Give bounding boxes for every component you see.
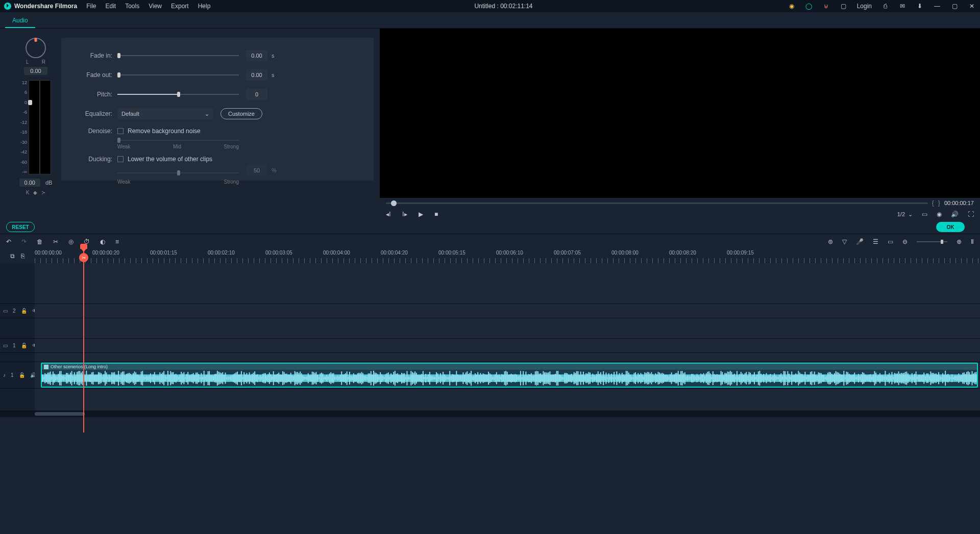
svg-rect-641 [895,374,896,383]
fullscreen-icon[interactable]: ⛶ [968,211,974,218]
ruler-time: 00:00:03:05 [265,250,323,256]
preview-scrubber[interactable] [386,202,928,204]
voiceover-icon[interactable]: 🎤 [856,238,864,245]
volume-slider-thumb[interactable] [28,100,32,105]
svg-rect-161 [254,371,255,385]
fade-out-slider[interactable] [117,74,239,75]
step-forward-icon[interactable]: Ⅰ▸ [402,211,407,218]
close-icon[interactable]: ✕ [968,2,976,10]
volume-meter-left[interactable] [29,80,40,174]
timeline-zoom-slider[interactable] [917,241,947,242]
color-icon[interactable]: ◐ [100,238,105,245]
svg-rect-401 [575,373,576,384]
mark-out-icon[interactable]: } [938,199,940,207]
equalizer-select[interactable]: Default⌄ [117,108,213,119]
step-back-icon[interactable]: ◂Ⅰ [386,211,391,218]
svg-rect-644 [899,373,900,383]
ducking-value[interactable]: 50 [246,165,267,176]
save-icon[interactable]: ⎙ [881,2,889,10]
display-icon[interactable]: ▭ [922,211,927,218]
keyframe-prev-icon[interactable]: K [26,190,30,195]
minimize-icon[interactable]: — [933,2,941,10]
menu-file[interactable]: File [86,3,96,10]
svg-rect-540 [761,374,762,383]
pan-knob[interactable] [26,38,46,58]
svg-rect-181 [281,375,282,382]
timeline-scroll-thumb[interactable] [35,412,85,416]
ducking-strength-slider[interactable] [117,172,239,173]
maximize-icon[interactable]: ▢ [950,2,959,10]
svg-rect-681 [949,375,950,380]
adjust-icon[interactable]: ≡ [115,238,119,245]
volume-icon[interactable]: 🔊 [951,211,959,218]
customize-button[interactable]: Customize [220,108,262,119]
snapshot-icon[interactable]: ◉ [937,211,942,218]
svg-rect-320 [467,371,468,385]
mixer-icon[interactable]: ⊚ [828,238,833,245]
zoom-out-icon[interactable]: ⊖ [902,238,908,245]
fade-in-value[interactable]: 0.00 [246,50,267,61]
undo-icon[interactable]: ↶ [6,238,11,245]
tab-audio[interactable]: Audio [5,14,35,28]
pitch-value[interactable]: 0 [246,89,267,100]
ok-button[interactable]: OK [936,222,965,232]
stop-icon[interactable]: ■ [434,211,438,218]
fade-out-value[interactable]: 0.00 [246,69,267,81]
headphones-icon[interactable]: ◯ [805,2,813,10]
marker-icon[interactable]: ▽ [842,238,847,245]
denoise-strength-slider[interactable] [117,140,239,141]
pitch-slider[interactable] [117,94,239,95]
pan-value[interactable]: 0.00 [24,67,47,75]
audio-clip[interactable]: Other scenerios (Long intro) [41,363,978,388]
keyframe-next-icon[interactable]: ≻ [41,190,45,195]
zoom-in-icon[interactable]: ⊕ [957,238,962,245]
split-icon[interactable]: ✂ [53,238,58,245]
track-lock-icon[interactable]: 🔓 [21,308,27,314]
svg-rect-636 [889,373,890,383]
ducking-checkbox[interactable] [117,156,124,162]
svg-rect-371 [535,371,536,385]
redo-icon[interactable]: ↷ [21,238,27,245]
playhead-split-icon[interactable]: ✂ [79,253,88,262]
timeline-ruler[interactable]: 00:00:00:0000:00:00:2000:00:01:1500:00:0… [35,249,980,263]
mark-in-icon[interactable]: { [932,199,934,207]
volume-db-value[interactable]: 0.00 [19,179,40,187]
mail-icon[interactable]: ✉ [898,2,906,10]
delete-icon[interactable]: 🗑 [37,238,43,245]
svg-rect-312 [456,371,457,386]
denoise-checkbox[interactable] [117,128,124,134]
preview-zoom-select[interactable]: 1/2⌄ [897,211,913,218]
menu-help[interactable]: Help [198,3,211,10]
svg-rect-47 [102,377,103,379]
reset-button[interactable]: RESET [6,222,35,232]
menu-view[interactable]: View [149,3,162,10]
keyframe-add-icon[interactable]: ◆ [33,190,37,195]
playhead[interactable]: ✂ [83,249,84,433]
gift-icon[interactable]: ▢ [840,2,848,10]
ripple-icon[interactable]: ⧉ [10,252,15,260]
svg-rect-617 [864,373,865,384]
menu-tools[interactable]: Tools [125,3,139,10]
svg-rect-585 [821,373,822,384]
track-lock-icon[interactable]: 🔓 [19,372,25,378]
playhead-head-icon[interactable] [80,244,87,249]
lightbulb-icon[interactable]: ◉ [788,2,796,10]
zoom-fit-icon[interactable]: Ⅱ [971,238,974,245]
render-icon[interactable]: ▭ [888,238,893,245]
svg-rect-322 [469,373,470,384]
svg-rect-458 [651,372,652,385]
cart-icon[interactable]: ⊍ [822,2,830,10]
play-icon[interactable]: ▶ [419,211,423,218]
scrubber-thumb[interactable] [391,200,397,206]
link-icon[interactable]: ⎘ [21,252,24,260]
login-button[interactable]: Login [857,3,872,10]
timeline-scrollbar[interactable] [0,411,980,417]
fade-in-slider[interactable] [117,55,239,56]
track-lock-icon[interactable]: 🔓 [21,343,27,348]
menu-export[interactable]: Export [171,3,189,10]
properties-icon[interactable]: ☰ [873,238,878,245]
download-icon[interactable]: ⬇ [916,2,924,10]
crop-icon[interactable]: ◎ [68,238,74,245]
svg-rect-127 [209,371,210,386]
menu-edit[interactable]: Edit [105,3,116,10]
